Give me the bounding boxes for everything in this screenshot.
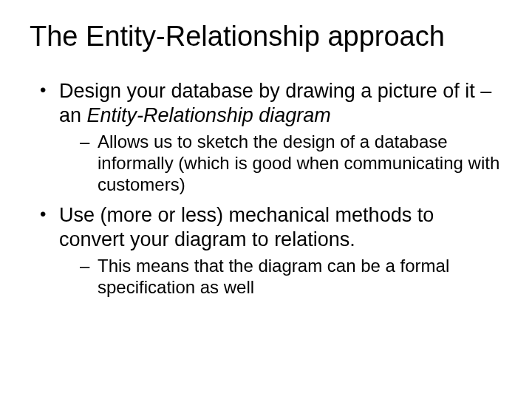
bullet-1-sub-1: Allows us to sketch the design of a data… <box>80 131 502 196</box>
bullet-2-sub-1: This means that the diagram can be a for… <box>80 255 502 299</box>
bullet-1-sublist: Allows us to sketch the design of a data… <box>59 131 502 196</box>
bullet-2-text: Use (more or less) mechanical methods to… <box>59 204 434 250</box>
slide: The Entity-Relationship approach Design … <box>0 0 532 399</box>
bullet-1-emphasis: Entity-Relationship diagram <box>87 104 331 126</box>
slide-title: The Entity-Relationship approach <box>30 21 502 52</box>
bullet-1: Design your database by drawing a pictur… <box>37 79 502 196</box>
bullet-2: Use (more or less) mechanical methods to… <box>37 203 502 298</box>
bullet-list: Design your database by drawing a pictur… <box>30 79 502 298</box>
bullet-2-sublist: This means that the diagram can be a for… <box>59 255 502 299</box>
